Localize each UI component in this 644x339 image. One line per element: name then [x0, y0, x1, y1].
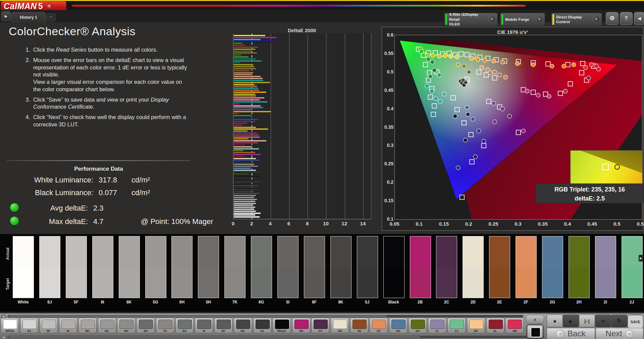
deltae-bar[interactable] — [234, 43, 242, 44]
pattern-window-button[interactable] — [527, 325, 543, 339]
toolbar-swatch-5f[interactable]: 5F — [40, 318, 58, 333]
stop-button[interactable]: ■ — [547, 315, 563, 327]
source-dropdown[interactable]: Mobile Forge ▼ — [500, 13, 545, 26]
deltae-bar[interactable] — [234, 203, 256, 204]
add-tab-button[interactable]: + — [46, 13, 56, 21]
deltae-bar[interactable] — [234, 47, 258, 48]
cie-measured-marker[interactable] — [525, 89, 529, 93]
cie-measured-marker[interactable] — [492, 101, 496, 105]
deltae-bar[interactable] — [234, 123, 247, 124]
cie-measured-marker[interactable] — [456, 63, 460, 67]
deltae-bar[interactable] — [234, 183, 247, 184]
deltae-bar[interactable] — [234, 166, 258, 167]
cie-measured-marker[interactable] — [469, 56, 473, 60]
deltae-bar[interactable] — [234, 185, 258, 186]
cie-measured-marker[interactable] — [515, 61, 519, 65]
comparator-patch[interactable] — [410, 236, 431, 298]
display-control-dropdown[interactable]: Direct Display Control ▼ — [551, 13, 602, 26]
cie-measured-marker[interactable] — [467, 70, 471, 74]
cie-measured-marker[interactable] — [466, 112, 470, 116]
cie-measured-marker[interactable] — [432, 68, 436, 72]
deltae-bar[interactable] — [234, 70, 250, 71]
deltae-bar[interactable] — [234, 171, 262, 173]
cie-measured-marker[interactable] — [455, 55, 459, 59]
toolbar-swatch-2i[interactable]: 2I — [428, 318, 446, 333]
deltae-bar[interactable] — [234, 199, 257, 200]
help-button[interactable]: ? — [620, 12, 633, 25]
comparator-patch[interactable] — [489, 236, 510, 298]
deltae-bar[interactable] — [234, 62, 240, 63]
deltae-bar[interactable] — [234, 214, 255, 216]
comparator-patch[interactable] — [251, 236, 272, 298]
cie-measured-marker[interactable] — [483, 58, 487, 62]
save-button[interactable]: SAVE — [627, 315, 643, 327]
deltae-bar[interactable] — [234, 117, 263, 118]
bottom-scrollbar-handle[interactable] — [8, 336, 421, 338]
deltae-bar[interactable] — [234, 82, 270, 83]
deltae-bar[interactable] — [234, 64, 253, 65]
deltae-bar[interactable] — [234, 97, 264, 99]
deltae-bar[interactable] — [234, 164, 254, 165]
deltae-bar[interactable] — [234, 142, 258, 144]
cie-measured-marker[interactable] — [464, 138, 468, 142]
cie-measured-marker[interactable] — [493, 120, 497, 124]
cie-measured-marker[interactable] — [448, 54, 452, 58]
deltae-bar[interactable] — [234, 56, 249, 58]
toolbar-swatch-2l[interactable]: 2L — [486, 318, 504, 333]
next-button[interactable]: Next » — [596, 328, 643, 339]
cie-measured-marker[interactable] — [507, 114, 512, 118]
deltae-bar[interactable] — [234, 125, 242, 126]
deltae-bar[interactable] — [234, 211, 256, 212]
deltae-bar[interactable] — [234, 148, 259, 150]
toolbar-swatch-white[interactable]: White — [1, 318, 19, 333]
deltae-bar[interactable] — [234, 94, 255, 95]
cie-measured-marker[interactable] — [425, 84, 429, 88]
deltae-bar[interactable] — [234, 86, 257, 87]
comparator-patch[interactable] — [13, 236, 34, 298]
deltae-bar[interactable] — [234, 52, 257, 54]
deltae-bar[interactable] — [234, 207, 255, 208]
tab-scroll-button[interactable]: ▶ — [1, 11, 11, 21]
toolbar-swatch-6j[interactable]: 6J — [20, 318, 38, 333]
deltae-bar[interactable] — [234, 115, 252, 116]
cie-measured-marker[interactable] — [431, 53, 435, 57]
toolbar-swatch-6k[interactable]: 6K — [78, 318, 97, 333]
deltae-bar[interactable] — [234, 170, 256, 171]
deltae-bar[interactable] — [234, 72, 253, 73]
chevron-down-icon[interactable]: ▼ — [593, 16, 600, 23]
deltae-bar[interactable] — [234, 132, 257, 134]
deltae-bar[interactable] — [234, 127, 256, 128]
chevron-down-icon[interactable]: ▼ — [488, 16, 496, 23]
deltae-bar[interactable] — [234, 168, 251, 169]
toolbar-swatch-7k[interactable]: 7K — [156, 318, 174, 333]
comparator-patch[interactable] — [542, 236, 563, 298]
deltae-bar[interactable] — [234, 158, 256, 159]
deltae-bar[interactable] — [234, 121, 255, 122]
deltae-bar[interactable] — [234, 128, 268, 130]
strip-scroll-up-button[interactable]: ▲ — [526, 315, 544, 324]
cie-measured-marker[interactable] — [480, 65, 484, 69]
deltae-bar[interactable] — [234, 111, 271, 112]
deltae-bar[interactable] — [234, 162, 246, 163]
deltae-bar[interactable] — [234, 113, 238, 114]
deltae-bar[interactable] — [234, 160, 260, 161]
cie-measured-marker[interactable] — [536, 93, 540, 97]
deltae-bar[interactable] — [234, 54, 241, 56]
deltae-bar[interactable] — [234, 191, 254, 192]
cie-measured-marker[interactable] — [572, 63, 576, 67]
deltae-bar[interactable] — [234, 213, 261, 214]
deltae-bar[interactable] — [234, 68, 256, 69]
toolbar-swatch-2k[interactable]: 2K — [467, 318, 485, 333]
comparator-patch[interactable] — [357, 236, 378, 298]
deltae-bar[interactable] — [234, 76, 261, 77]
comparator-patch[interactable] — [198, 236, 219, 298]
deltae-bar[interactable] — [234, 150, 243, 151]
comparator-patch[interactable] — [224, 236, 246, 298]
toolbar-swatch-2d[interactable]: 2D — [331, 318, 349, 333]
cie-measured-marker[interactable] — [589, 63, 593, 67]
cie-measured-marker[interactable] — [562, 64, 566, 68]
deltae-bar[interactable] — [234, 134, 259, 136]
deltae-bar[interactable] — [234, 66, 254, 67]
comparator-patch[interactable] — [595, 236, 616, 298]
deltae-bar[interactable] — [234, 205, 253, 206]
